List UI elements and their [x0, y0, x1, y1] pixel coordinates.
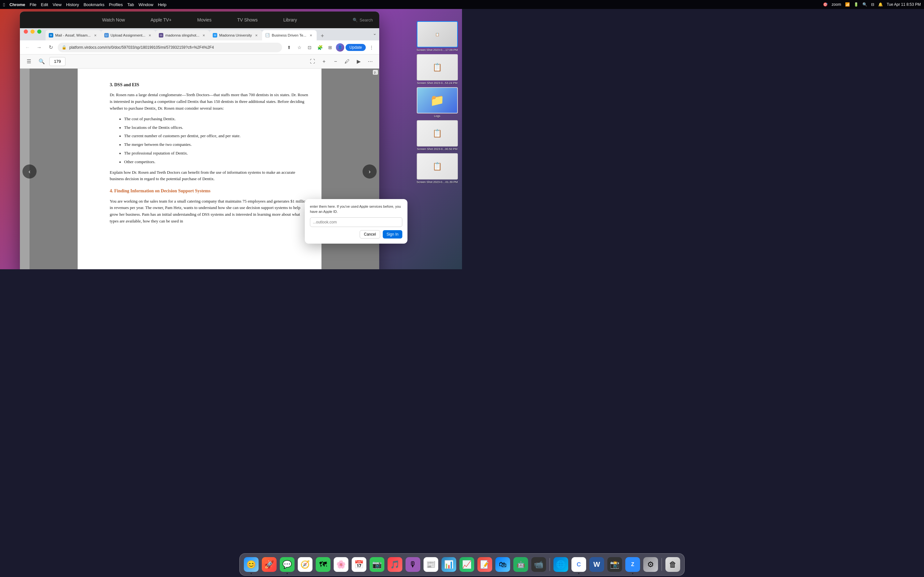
tab-close-madonna-uni[interactable]: ✕ — [254, 33, 259, 38]
tab-menu-icon[interactable]: ⌄ — [373, 31, 376, 36]
signin-cancel-button[interactable]: Cancel — [360, 230, 380, 239]
tab-close-upload[interactable]: ✕ — [147, 33, 152, 38]
url-bar[interactable]: 🔒 platform.virdocs.com/r/s/0/doc/597033/… — [58, 43, 282, 52]
pdf-bullet-4: ■ The merger between the two companies. — [110, 141, 309, 148]
signin-email-input[interactable] — [310, 218, 402, 227]
close-button[interactable] — [24, 29, 28, 34]
desktop-item-logs[interactable]: 📁 Logs — [415, 87, 459, 118]
desktop-item-screenshot2[interactable]: 📋 Screen Shot 2023-0...53.24 PM — [415, 54, 459, 85]
tab-favicon-business: 📄 — [265, 33, 270, 37]
desktop-item-screenshot3[interactable]: 📋 Screen Shot 2023-0...00.50 PM — [415, 120, 459, 151]
pdf-next-button[interactable]: › — [363, 164, 376, 179]
pdf-zoom-out-button[interactable]: − — [330, 56, 341, 67]
signin-buttons: Cancel Sign In — [310, 230, 402, 239]
pdf-bullet-text-6: Other competitors. — [124, 159, 155, 165]
pdf-search-button[interactable]: 🔍 — [37, 56, 47, 67]
bullet-marker-1: ■ — [120, 117, 121, 121]
screen-thumb-4: 📋 — [417, 153, 458, 179]
pdf-play-button[interactable]: ▶ — [354, 56, 364, 67]
menu-view[interactable]: View — [53, 2, 61, 7]
new-tab-button[interactable]: + — [318, 31, 327, 40]
pdf-menu-button[interactable]: ☰ — [24, 56, 34, 67]
pdf-bullet-text-5: The professional reputation of Dentix. — [124, 150, 188, 157]
pdf-p-indicator: p. — [373, 70, 378, 75]
forward-button[interactable]: → — [35, 43, 44, 52]
menu-bar:  Chrome File Edit View History Bookmark… — [0, 0, 462, 9]
pdf-bullet-text-1: The cost of purchasing Dentix. — [124, 116, 176, 122]
tab-madonna[interactable]: m madonna slingshot... ✕ — [156, 30, 210, 40]
extensions-icon[interactable]: 🧩 — [315, 43, 325, 52]
apple-menu[interactable]:  — [3, 2, 5, 7]
menu-profiles[interactable]: Profiles — [109, 2, 123, 7]
pdf-bullet-text-3: The current number of customers per dent… — [124, 133, 241, 139]
screen-thumb-1: 📋 — [417, 21, 458, 47]
screen-thumb-2: 📋 — [417, 54, 458, 81]
tab-title-madonna-uni: Madonna University — [219, 33, 252, 37]
menu-help[interactable]: Help — [158, 2, 166, 7]
tab-close-mail[interactable]: ✕ — [93, 33, 98, 38]
reload-button[interactable]: ↻ — [46, 43, 55, 52]
screenshot1-label: Screen Shot 2023-0....17.09 PM — [417, 48, 458, 52]
screenshot3-label: Screen Shot 2023-0...00.50 PM — [417, 147, 457, 151]
pdf-section3-body: Dr. Rosen runs a large dental conglomera… — [110, 92, 309, 111]
tab-title-upload: Upload Assignment... — [111, 33, 145, 37]
tab-close-madonna[interactable]: ✕ — [201, 33, 206, 38]
signin-submit-button[interactable]: Sign In — [383, 230, 402, 239]
pdf-bullet-3: ■ The current number of customers per de… — [110, 133, 309, 139]
appletv-movies[interactable]: Movies — [194, 15, 215, 24]
split-view-icon[interactable]: ⊞ — [326, 43, 334, 52]
back-button[interactable]: ← — [23, 43, 32, 52]
tab-madonna-uni[interactable]: M Madonna University ✕ — [210, 30, 262, 40]
folder-icon: 📁 — [430, 93, 444, 107]
bookmark-icon[interactable]: ☆ — [295, 43, 304, 52]
desktop: Watch Now Apple TV+ Movies TV Shows Libr… — [0, 9, 462, 269]
tab-close-business[interactable]: ✕ — [309, 33, 313, 38]
tab-upload[interactable]: U Upload Assignment... ✕ — [101, 30, 156, 40]
appletv-watch-now[interactable]: Watch Now — [99, 15, 128, 24]
pdf-more-button[interactable]: ⋯ — [365, 56, 375, 67]
menu-bookmarks[interactable]: Bookmarks — [83, 2, 104, 7]
appletv-plus[interactable]: Apple TV+ — [147, 15, 175, 24]
menu-file[interactable]: File — [30, 2, 37, 7]
appletv-search-label: Search — [360, 18, 373, 23]
share-icon[interactable]: ⬆ — [284, 43, 294, 52]
pdf-page-number-input[interactable] — [49, 57, 65, 66]
pdf-toolbar: ☰ 🔍 ⛶ + − 🖊 ▶ ⋯ — [20, 55, 379, 69]
menu-history[interactable]: History — [66, 2, 79, 7]
tab-business[interactable]: 📄 Business Driven Te... ✕ — [262, 30, 317, 40]
capture-icon[interactable]: ⊡ — [305, 43, 314, 52]
bullet-marker-3: ■ — [120, 134, 121, 139]
pdf-bullet-1: ■ The cost of purchasing Dentix. — [110, 116, 309, 122]
pdf-annotation-button[interactable]: 🖊 — [342, 56, 352, 67]
desktop-item-screenshot1[interactable]: 📋 Screen Shot 2023-0....17.09 PM — [415, 21, 459, 52]
tab-favicon-upload: U — [104, 33, 109, 37]
app-name[interactable]: Chrome — [9, 2, 25, 7]
pdf-bullet-2: ■ The locations of the Dentix offices. — [110, 124, 309, 131]
url-text: platform.virdocs.com/r/s/0/doc/597033/sp… — [69, 45, 278, 50]
profile-avatar[interactable]: 👤 — [336, 43, 344, 52]
update-button[interactable]: Update — [346, 44, 366, 51]
screenshot3-preview: 📋 — [433, 129, 442, 138]
pdf-bullet-5: ■ The professional reputation of Dentix. — [110, 150, 309, 157]
screenshot2-label: Screen Shot 2023-0...53.24 PM — [417, 81, 457, 85]
menu-window[interactable]: Window — [139, 2, 153, 7]
appletv-search[interactable]: 🔍 Search — [352, 18, 373, 23]
pdf-page: 3. DSS and EIS Dr. Rosen runs a large de… — [78, 69, 321, 269]
menu-bar-left:  Chrome File Edit View History Bookmark… — [3, 2, 166, 7]
chrome-menu-icon[interactable]: ⋮ — [367, 43, 376, 52]
pdf-prev-button[interactable]: ‹ — [23, 164, 37, 179]
tab-favicon-madonna-uni: M — [213, 33, 217, 37]
maximize-button[interactable] — [37, 29, 41, 34]
desktop-item-screenshot4[interactable]: 📋 Screen Shot 2023-0....01.39 PM — [415, 153, 459, 184]
pdf-expand-button[interactable]: ⛶ — [307, 56, 318, 67]
signin-overlay: enter them here. If you've used Apple se… — [305, 199, 407, 243]
tab-mail[interactable]: M Mail - Assaf, Wisam... ✕ — [45, 30, 101, 40]
menu-edit[interactable]: Edit — [41, 2, 48, 7]
menu-tab[interactable]: Tab — [128, 2, 134, 7]
minimize-button[interactable] — [31, 29, 35, 34]
appletv-library[interactable]: Library — [280, 15, 300, 24]
appletv-tvshows[interactable]: TV Shows — [234, 15, 261, 24]
pdf-zoom-in-button[interactable]: + — [319, 56, 329, 67]
pdf-section3-closing: Explain how Dr. Rosen and Teeth Doctors … — [110, 169, 309, 183]
pdf-bullet-text-4: The merger between the two companies. — [124, 141, 192, 148]
